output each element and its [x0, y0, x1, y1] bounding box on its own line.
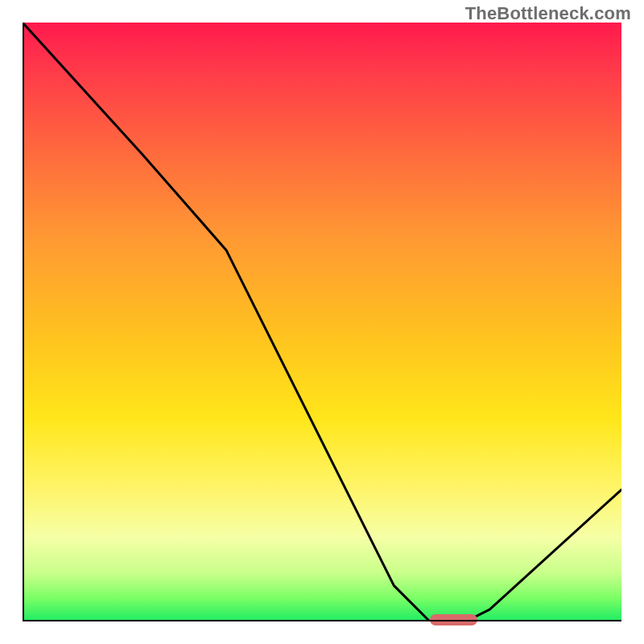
bottleneck-curve [23, 23, 621, 621]
optimal-range-marker [430, 614, 478, 625]
watermark-text: TheBottleneck.com [465, 3, 631, 24]
chart-container: TheBottleneck.com [0, 0, 644, 644]
plot-area [23, 23, 621, 621]
curve-layer [23, 23, 621, 621]
